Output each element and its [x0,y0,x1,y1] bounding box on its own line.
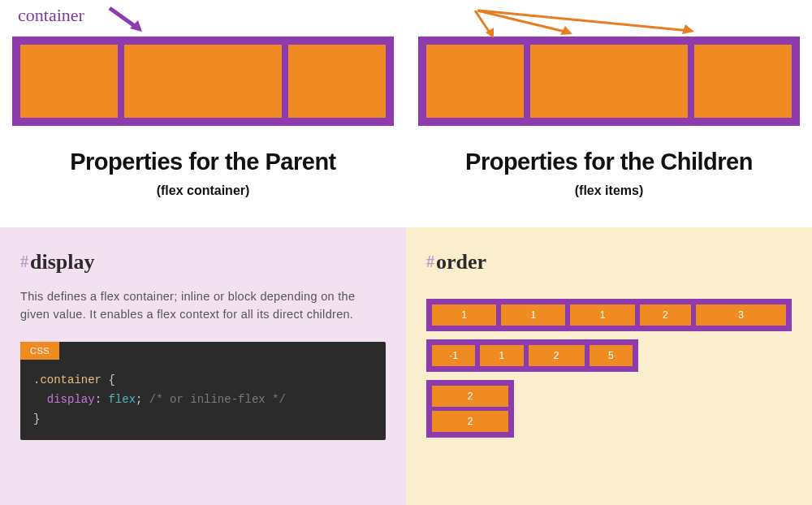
order-row: 1 1 1 2 3 [426,299,792,331]
demo-box [694,45,792,118]
parent-heading: Properties for the Parent [12,149,394,175]
order-section: #order 1 1 1 2 3 -1 1 2 5 2 2 [406,227,812,505]
arrows-icon [471,6,715,43]
container-label: container [18,5,84,26]
order-cell: 1 [501,304,565,326]
order-cell: 2 [432,411,508,432]
demo-box [288,45,386,118]
container-demo [12,37,394,126]
arrow-down-right-icon [106,4,154,37]
order-cell: 5 [590,345,633,366]
demo-box [530,45,689,118]
order-row: -1 1 2 5 [426,339,638,372]
order-cell: 1 [432,304,496,326]
display-section: #display This defines a flex container; … [0,227,406,505]
code-language-tab: CSS [20,342,59,360]
code-block: CSS .container { display: flex; /* or in… [20,342,386,440]
order-row: 2 2 [426,380,514,438]
order-cell: 1 [570,304,634,326]
order-cell: 3 [696,304,786,326]
parent-subheading: (flex container) [12,183,394,198]
order-cell: 2 [529,345,585,366]
order-cell: 1 [480,345,523,366]
children-heading: Properties for the Children [418,149,800,175]
items-demo [418,37,800,126]
demo-box [426,45,524,118]
children-column: items Properties for the Children (flex … [406,0,812,227]
hash-icon: # [426,252,434,270]
demo-box [124,45,283,118]
hash-icon: # [20,252,28,270]
children-subheading: (flex items) [418,183,800,198]
order-cell: 2 [640,304,691,326]
order-cell: -1 [432,345,475,366]
order-title: #order [426,250,792,274]
display-description: This defines a flex container; inline or… [20,287,361,324]
display-title: #display [20,250,386,274]
code-body: .container { display: flex; /* or inline… [20,360,386,440]
order-cell: 2 [432,386,508,407]
demo-box [20,45,118,118]
parent-column: container Properties for the Parent (fle… [0,0,406,227]
